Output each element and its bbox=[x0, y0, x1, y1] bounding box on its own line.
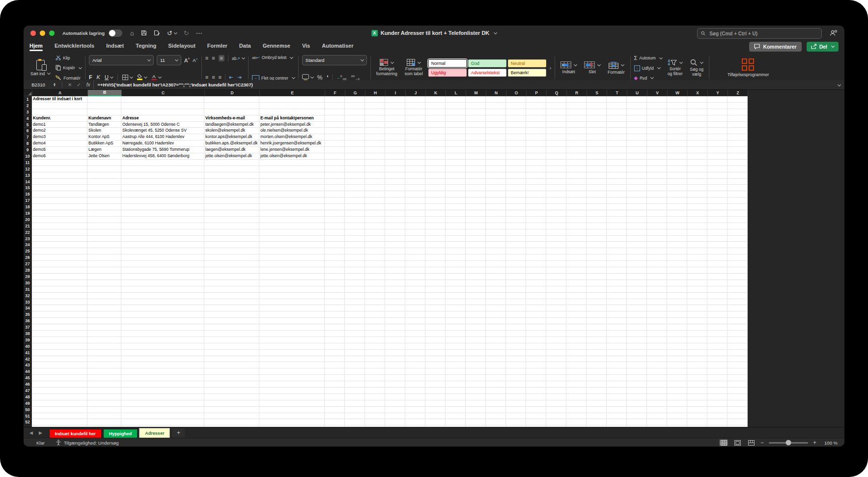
cell[interactable] bbox=[607, 96, 627, 103]
cell[interactable] bbox=[87, 362, 121, 368]
cell[interactable] bbox=[587, 210, 607, 217]
cell[interactable] bbox=[385, 419, 405, 425]
cell[interactable] bbox=[466, 229, 486, 236]
cell[interactable] bbox=[87, 274, 121, 280]
cell[interactable] bbox=[405, 185, 425, 191]
cell[interactable] bbox=[728, 172, 748, 179]
decrease-font-button[interactable]: A˅ bbox=[193, 57, 197, 63]
cell[interactable] bbox=[345, 305, 365, 311]
cell[interactable] bbox=[446, 356, 466, 363]
document-title-area[interactable]: X Kunder Adresser til kort + Telefonlist… bbox=[371, 30, 497, 36]
cell[interactable] bbox=[385, 185, 405, 191]
cell[interactable] bbox=[345, 274, 365, 280]
cell[interactable] bbox=[204, 254, 259, 261]
cell[interactable] bbox=[707, 210, 728, 217]
cell[interactable] bbox=[526, 191, 546, 197]
cell[interactable] bbox=[425, 311, 446, 318]
row-header-48[interactable]: 48 bbox=[24, 394, 32, 400]
cell[interactable] bbox=[566, 311, 587, 318]
cell[interactable] bbox=[466, 413, 486, 420]
cell[interactable] bbox=[506, 254, 526, 261]
cell[interactable] bbox=[121, 318, 204, 324]
cell[interactable] bbox=[546, 381, 566, 388]
formula-input[interactable]: =+HVIS('Indsæt kundefil her'!A2307="";""… bbox=[93, 80, 834, 89]
cell[interactable] bbox=[667, 350, 687, 356]
cell[interactable] bbox=[365, 223, 385, 229]
cell[interactable] bbox=[121, 375, 204, 381]
cell[interactable] bbox=[687, 140, 707, 147]
row-header-12[interactable]: 12 bbox=[24, 166, 32, 172]
cell[interactable] bbox=[466, 147, 486, 153]
cell[interactable] bbox=[259, 343, 325, 350]
cell[interactable] bbox=[259, 299, 325, 306]
col-header-F[interactable]: F bbox=[325, 90, 345, 96]
cell[interactable] bbox=[385, 254, 405, 261]
cell[interactable] bbox=[607, 324, 627, 331]
cell[interactable] bbox=[121, 96, 204, 103]
cell[interactable] bbox=[345, 324, 365, 331]
col-header-Q[interactable]: Q bbox=[547, 90, 567, 96]
cell[interactable] bbox=[506, 267, 526, 274]
cell[interactable] bbox=[728, 388, 748, 394]
conditional-formatting-button[interactable]: Betingetformatering bbox=[374, 54, 399, 82]
cell[interactable] bbox=[546, 419, 566, 425]
cell[interactable] bbox=[506, 185, 526, 191]
cell[interactable] bbox=[587, 217, 607, 223]
cell[interactable] bbox=[466, 254, 486, 261]
cell-D4[interactable]: Virksomheds-e-mail bbox=[204, 115, 259, 122]
cell[interactable] bbox=[87, 267, 121, 274]
cell[interactable] bbox=[647, 191, 667, 197]
cell[interactable] bbox=[607, 160, 627, 166]
cell[interactable] bbox=[566, 185, 587, 191]
row-header-10[interactable]: 10 bbox=[24, 153, 32, 160]
cell[interactable] bbox=[204, 185, 259, 191]
cell[interactable] bbox=[647, 103, 667, 109]
page-break-view-button[interactable] bbox=[747, 439, 756, 446]
cell[interactable] bbox=[728, 324, 748, 331]
cell[interactable] bbox=[627, 109, 647, 115]
row-header-39[interactable]: 39 bbox=[24, 337, 32, 343]
cell[interactable] bbox=[32, 204, 87, 210]
cell[interactable] bbox=[607, 293, 627, 299]
cell[interactable] bbox=[607, 267, 627, 274]
cell[interactable] bbox=[325, 140, 345, 147]
cell[interactable] bbox=[506, 388, 526, 394]
cell[interactable] bbox=[546, 223, 566, 229]
cell[interactable] bbox=[687, 96, 707, 103]
cell[interactable] bbox=[667, 153, 687, 160]
cell[interactable] bbox=[87, 236, 121, 242]
cell[interactable] bbox=[486, 388, 506, 394]
row-header-50[interactable]: 50 bbox=[24, 407, 32, 413]
cell[interactable] bbox=[506, 368, 526, 375]
cell[interactable] bbox=[587, 324, 607, 331]
cell[interactable] bbox=[204, 356, 259, 363]
cell[interactable] bbox=[687, 109, 707, 115]
cell[interactable] bbox=[667, 343, 687, 350]
cell[interactable] bbox=[204, 388, 259, 394]
cell[interactable] bbox=[385, 96, 405, 103]
cell[interactable] bbox=[325, 311, 345, 318]
cell[interactable] bbox=[546, 400, 566, 407]
cell[interactable] bbox=[87, 197, 121, 204]
cell[interactable] bbox=[325, 362, 345, 368]
cell[interactable] bbox=[32, 375, 87, 381]
italic-button[interactable]: K bbox=[97, 74, 100, 80]
cell[interactable] bbox=[325, 337, 345, 343]
cell[interactable] bbox=[707, 267, 728, 274]
cell[interactable] bbox=[466, 128, 486, 134]
cell[interactable] bbox=[627, 217, 647, 223]
cell[interactable] bbox=[667, 375, 687, 381]
row-header-24[interactable]: 24 bbox=[24, 242, 32, 248]
cell[interactable] bbox=[687, 229, 707, 236]
row-header-22[interactable]: 22 bbox=[24, 229, 32, 236]
cell[interactable] bbox=[607, 311, 627, 318]
cell[interactable] bbox=[87, 191, 121, 197]
undo-icon[interactable]: ↺ bbox=[167, 30, 177, 36]
cell[interactable] bbox=[425, 103, 446, 109]
cell[interactable] bbox=[526, 267, 546, 274]
cell[interactable] bbox=[607, 318, 627, 324]
cell[interactable] bbox=[365, 140, 385, 147]
cell[interactable] bbox=[385, 337, 405, 343]
cell[interactable] bbox=[647, 204, 667, 210]
cell[interactable] bbox=[506, 109, 526, 115]
